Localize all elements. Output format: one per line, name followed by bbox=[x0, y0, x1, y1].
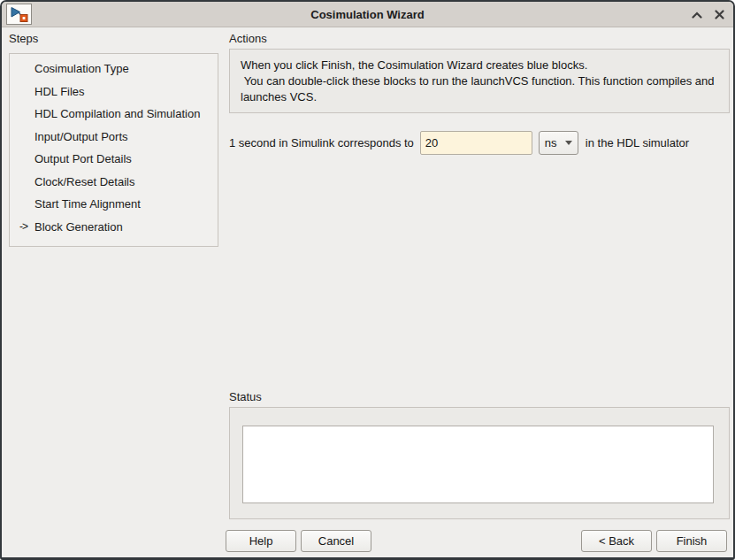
step-label: Block Generation bbox=[34, 220, 123, 234]
time-unit-dropdown[interactable]: ns bbox=[539, 131, 578, 155]
cancel-button[interactable]: Cancel bbox=[301, 530, 371, 552]
footer-right-buttons: < Back Finish bbox=[581, 530, 727, 552]
step-label: Clock/Reset Details bbox=[34, 175, 134, 188]
step-block-generation-current: -> Block Generation bbox=[10, 216, 218, 239]
close-x-icon[interactable] bbox=[712, 8, 726, 22]
step-label: Output Port Details bbox=[34, 152, 132, 165]
steps-heading: Steps bbox=[9, 32, 38, 45]
time-mapping-suffix: in the HDL simulator bbox=[586, 136, 689, 150]
footer-button-bar: Help Cancel < Back Finish bbox=[226, 530, 727, 552]
status-heading: Status bbox=[229, 390, 262, 403]
step-cosimulation-type: Cosimulation Type bbox=[10, 58, 218, 81]
step-label: Start Time Alignment bbox=[34, 197, 141, 211]
current-step-marker: -> bbox=[19, 220, 27, 233]
step-label: Input/Output Ports bbox=[34, 130, 128, 143]
step-label: Cosimulation Type bbox=[34, 62, 129, 75]
step-input-output-ports: Input/Output Ports bbox=[10, 126, 218, 149]
step-label: HDL Files bbox=[34, 85, 85, 98]
time-mapping-row: 1 second in Simulink corresponds to ns i… bbox=[229, 130, 689, 155]
steps-list: Cosimulation Type HDL Files HDL Compilat… bbox=[9, 53, 218, 247]
step-start-time-alignment: Start Time Alignment bbox=[10, 193, 218, 216]
back-button[interactable]: < Back bbox=[581, 530, 652, 552]
actions-description-text: When you click Finish, the Cosimulation … bbox=[241, 58, 718, 105]
time-mapping-prefix: 1 second in Simulink corresponds to bbox=[229, 136, 414, 150]
step-label: HDL Compilation and Simulation bbox=[34, 107, 200, 120]
window-controls bbox=[690, 2, 726, 27]
status-output-area[interactable] bbox=[242, 426, 714, 503]
cosimulation-wizard-dialog: Cosimulation Wizard Steps Cosimulation T… bbox=[0, 0, 735, 560]
actions-heading: Actions bbox=[229, 32, 267, 45]
step-hdl-compilation-and-simulation: HDL Compilation and Simulation bbox=[10, 103, 218, 126]
chevron-down-icon bbox=[565, 141, 572, 145]
actions-description-panel: When you click Finish, the Cosimulation … bbox=[229, 49, 730, 113]
window-title: Cosimulation Wizard bbox=[310, 8, 424, 21]
time-unit-value: ns bbox=[545, 136, 557, 150]
simulink-model-icon bbox=[6, 4, 32, 25]
finish-button[interactable]: Finish bbox=[656, 530, 727, 552]
footer-left-buttons: Help Cancel bbox=[226, 530, 371, 552]
time-value-input[interactable] bbox=[420, 131, 532, 155]
status-panel bbox=[229, 407, 730, 519]
help-button[interactable]: Help bbox=[226, 530, 296, 552]
step-clock-reset-details: Clock/Reset Details bbox=[10, 171, 218, 194]
step-hdl-files: HDL Files bbox=[10, 81, 218, 104]
chevron-up-icon[interactable] bbox=[690, 8, 704, 22]
step-output-port-details: Output Port Details bbox=[10, 148, 218, 171]
titlebar[interactable]: Cosimulation Wizard bbox=[2, 2, 733, 27]
